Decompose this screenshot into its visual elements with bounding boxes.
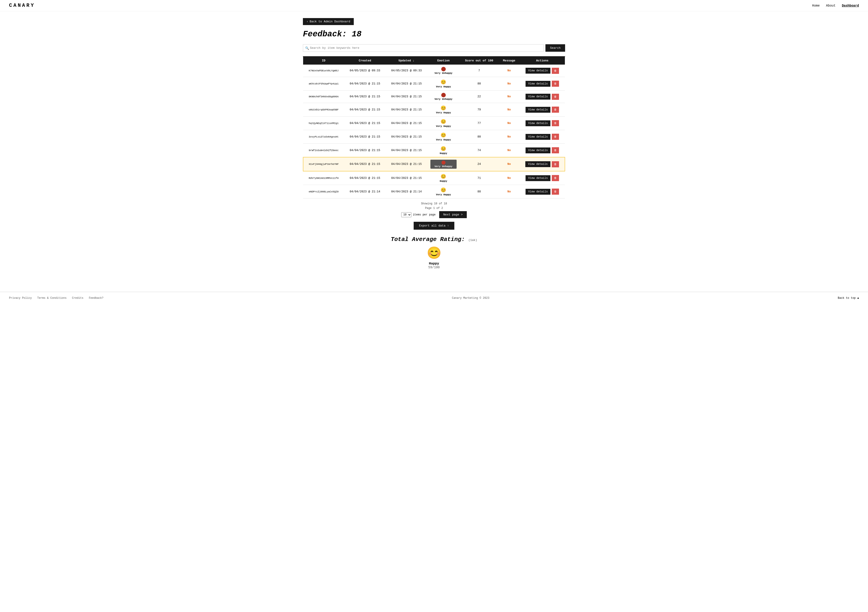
table-row: 9rWf2sSuN4ldXZfZ0eec 04/04/2023 @ 21:15 …	[303, 144, 565, 158]
view-details-button[interactable]: View details	[525, 175, 550, 181]
cell-score: 22	[460, 91, 499, 103]
footer: Privacy Policy Terms & Conditions Credit…	[0, 292, 868, 304]
next-page-button[interactable]: Next page >	[439, 211, 467, 218]
nav-dashboard[interactable]: Dashboard	[842, 4, 859, 8]
delete-button[interactable]: 🗑	[552, 189, 559, 195]
emotion-cell: 😊 Very Happy	[427, 130, 460, 144]
cell-message: No	[499, 103, 520, 116]
back-arrow-icon: ‹	[307, 20, 308, 23]
feedback-table: ID Created Updated ↓ Emotion Score out o…	[303, 57, 565, 198]
rating-score: 59/100	[303, 266, 565, 269]
cell-updated: 04/04/2023 @ 21:15	[386, 157, 427, 171]
cell-created: 04/05/2023 @ 09:33	[344, 65, 386, 77]
cell-created: 04/04/2023 @ 21:15	[344, 91, 386, 103]
cell-message: No	[499, 130, 520, 144]
cell-id: 3vvyPLvLETzdxN4gnsHt	[303, 130, 344, 144]
page-title: Feedback: 18	[303, 29, 565, 39]
emotion-cell: 😊 Happy	[427, 144, 460, 158]
table-row: aKhtoktP3hUqaPYp4zp1 04/04/2023 @ 21:15 …	[303, 77, 565, 91]
col-score: Score out of 100	[460, 57, 499, 65]
table-row: K7NUxVaPDEuxV0LYgW9J 04/05/2023 @ 09:33 …	[303, 65, 565, 77]
cell-message: No	[499, 185, 520, 198]
footer-privacy[interactable]: Privacy Policy	[9, 297, 32, 300]
cell-actions: View details 🗑	[520, 77, 565, 91]
footer-credits[interactable]: Credits	[72, 297, 83, 300]
view-details-button[interactable]: View details	[525, 94, 550, 100]
view-details-button[interactable]: View details	[525, 81, 550, 87]
main-content: ‹ Back to Admin Dashboard Feedback: 18 🔍…	[298, 11, 570, 283]
col-created: Created	[344, 57, 386, 65]
cell-created: 04/04/2023 @ 21:15	[344, 77, 386, 91]
items-per-page-select[interactable]: 10 20 50	[401, 212, 411, 217]
items-per-page-label: items per page	[413, 213, 436, 216]
delete-button[interactable]: 🗑	[552, 175, 559, 181]
delete-button[interactable]: 🗑	[552, 120, 559, 126]
cell-score: 74	[460, 144, 499, 158]
cell-updated: 04/04/2023 @ 21:15	[386, 130, 427, 144]
cell-actions: View details 🗑	[520, 65, 565, 77]
footer-terms[interactable]: Terms & Conditions	[37, 297, 67, 300]
delete-button[interactable]: 🗑	[552, 147, 559, 153]
footer-feedback[interactable]: Feedback?	[89, 297, 104, 300]
cell-id: eNDPrcZj008LyaCx5QZ0	[303, 185, 344, 198]
table-row: H1vFj94HgjuPtmrheYNF 04/04/2023 @ 21:15 …	[303, 157, 565, 171]
delete-button[interactable]: 🗑	[552, 107, 559, 113]
col-id: ID	[303, 57, 344, 65]
delete-button[interactable]: 🗑	[552, 68, 559, 74]
delete-button[interactable]: 🗑	[552, 80, 559, 87]
cell-message: No	[499, 91, 520, 103]
cell-created: 04/04/2023 @ 21:15	[344, 144, 386, 158]
cell-updated: 04/04/2023 @ 21:15	[386, 116, 427, 130]
rating-title: Total Average Rating: (1ak)	[303, 236, 565, 243]
search-input[interactable]	[303, 44, 544, 52]
pagination-showing: Showing 10 of 18	[421, 202, 447, 205]
emotion-cell: 😊 Very Happy	[427, 77, 460, 91]
cell-updated: 04/04/2023 @ 21:14	[386, 185, 427, 198]
cell-actions: View details 🗑	[520, 103, 565, 116]
cell-score: 24	[460, 157, 499, 171]
cell-id: RdV7yGNIA813MMVx11fH	[303, 171, 344, 185]
cell-message: No	[499, 144, 520, 158]
view-details-button[interactable]: View details	[525, 107, 550, 113]
cell-actions: View details 🗑	[520, 91, 565, 103]
nav-about[interactable]: About	[826, 4, 835, 8]
cell-id: K7NUxVaPDEuxV0LYgW9J	[303, 65, 344, 77]
nav-home[interactable]: Home	[812, 4, 820, 8]
logo: CANARY	[9, 3, 35, 8]
cell-actions: View details 🗑	[520, 130, 565, 144]
search-button[interactable]: Search	[546, 44, 565, 52]
cell-updated: 04/04/2023 @ 21:15	[386, 144, 427, 158]
rating-emoji: 😊	[303, 246, 565, 260]
view-details-button[interactable]: View details	[525, 134, 550, 140]
col-actions: Actions	[520, 57, 565, 65]
back-button[interactable]: ‹ Back to Admin Dashboard	[303, 18, 354, 25]
view-details-button[interactable]: View details	[525, 121, 550, 126]
emotion-cell: 😊 Very Happy	[427, 103, 460, 116]
navbar: CANARY Home About Dashboard	[0, 0, 868, 11]
delete-button[interactable]: 🗑	[552, 161, 559, 167]
cell-message: No	[499, 65, 520, 77]
cell-created: 04/04/2023 @ 21:15	[344, 116, 386, 130]
col-message: Message	[499, 57, 520, 65]
view-details-button[interactable]: View details	[525, 147, 550, 153]
nav-links: Home About Dashboard	[812, 4, 859, 8]
cell-updated: 04/04/2023 @ 21:15	[386, 103, 427, 116]
table-row: hqtQyNEqZ1XT1iuVMIg1 04/04/2023 @ 21:15 …	[303, 116, 565, 130]
back-to-top[interactable]: Back to top ▲	[838, 297, 859, 300]
search-bar: 🔍 Search	[303, 44, 565, 52]
cell-id: o0U1VD1rqGkPR3oq65BF	[303, 103, 344, 116]
cell-actions: View details 🗑	[520, 171, 565, 185]
footer-links: Privacy Policy Terms & Conditions Credit…	[9, 297, 104, 300]
view-details-button[interactable]: View details	[525, 161, 550, 167]
cell-score: 88	[460, 185, 499, 198]
table-row: RdV7yGNIA813MMVx11fH 04/04/2023 @ 21:15 …	[303, 171, 565, 185]
col-updated[interactable]: Updated ↓	[386, 57, 427, 65]
view-details-button[interactable]: View details	[525, 189, 550, 195]
export-button[interactable]: Export all data ↑	[414, 222, 454, 230]
view-details-button[interactable]: View details	[525, 68, 550, 74]
cell-created: 04/04/2023 @ 21:15	[344, 103, 386, 116]
delete-button[interactable]: 🗑	[552, 134, 559, 140]
cell-updated: 04/04/2023 @ 21:15	[386, 171, 427, 185]
delete-button[interactable]: 🗑	[552, 94, 559, 100]
col-emotion: Emotion	[427, 57, 460, 65]
